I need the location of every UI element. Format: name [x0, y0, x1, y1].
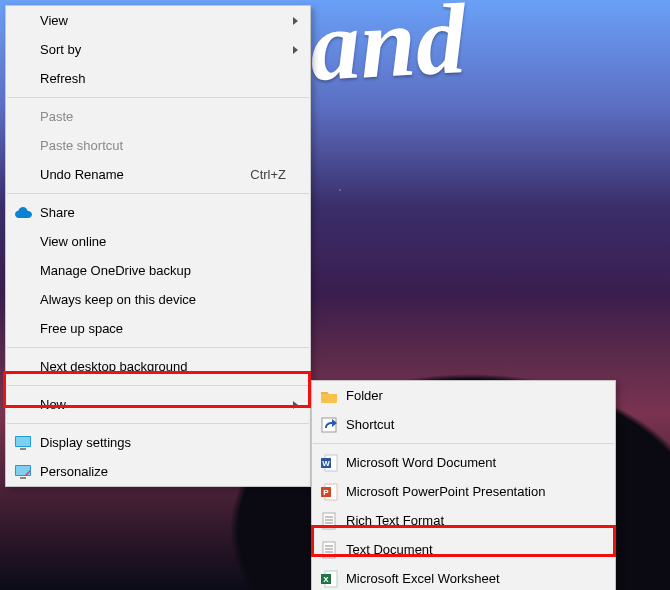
menu-item-label: Display settings	[40, 435, 286, 450]
menu-separator	[7, 97, 309, 98]
menu-item-label: Paste shortcut	[40, 138, 286, 153]
onedrive-cloud-icon	[14, 204, 32, 222]
excel-icon: X	[320, 570, 338, 588]
menu-item-label: Next desktop background	[40, 359, 286, 374]
menu-item-label: View	[40, 13, 286, 28]
svg-text:X: X	[323, 575, 329, 584]
personalize-icon	[14, 463, 32, 481]
submenu-item-word[interactable]: W Microsoft Word Document	[312, 448, 615, 477]
shortcut-icon	[320, 416, 338, 434]
menu-item-next-background[interactable]: Next desktop background	[6, 352, 310, 381]
new-submenu: Folder Shortcut W Microsoft Word Documen…	[311, 380, 616, 590]
menu-item-label: Folder	[346, 388, 591, 403]
menu-item-label: Text Document	[346, 542, 591, 557]
menu-item-label: Microsoft Excel Worksheet	[346, 571, 591, 586]
menu-item-display-settings[interactable]: Display settings	[6, 428, 310, 457]
svg-rect-13	[323, 513, 335, 529]
svg-rect-18	[323, 542, 335, 558]
menu-item-label: Paste	[40, 109, 286, 124]
menu-item-label: Free up space	[40, 321, 286, 336]
menu-item-label: Personalize	[40, 464, 286, 479]
rtf-icon	[320, 512, 338, 530]
menu-item-label: Always keep on this device	[40, 292, 286, 307]
menu-item-personalize[interactable]: Personalize	[6, 457, 310, 486]
menu-item-view-online[interactable]: View online	[6, 227, 310, 256]
svg-rect-2	[20, 448, 26, 450]
menu-separator	[7, 347, 309, 348]
monitor-icon	[14, 434, 32, 452]
menu-item-label: Shortcut	[346, 417, 591, 432]
submenu-item-text-document[interactable]: Text Document	[312, 535, 615, 564]
menu-item-free-up-space[interactable]: Free up space	[6, 314, 310, 343]
menu-item-shortcut: Ctrl+Z	[230, 167, 286, 182]
menu-item-undo-rename[interactable]: Undo Rename Ctrl+Z	[6, 160, 310, 189]
menu-item-share[interactable]: Share	[6, 198, 310, 227]
submenu-item-rtf[interactable]: Rich Text Format	[312, 506, 615, 535]
menu-item-label: Sort by	[40, 42, 286, 57]
menu-item-new[interactable]: New	[6, 390, 310, 419]
text-document-icon	[320, 541, 338, 559]
svg-text:W: W	[322, 459, 330, 468]
menu-item-label: Refresh	[40, 71, 286, 86]
svg-rect-1	[16, 437, 30, 446]
menu-item-label: Rich Text Format	[346, 513, 591, 528]
submenu-item-folder[interactable]: Folder	[312, 381, 615, 410]
submenu-item-shortcut[interactable]: Shortcut	[312, 410, 615, 439]
menu-separator	[7, 423, 309, 424]
word-icon: W	[320, 454, 338, 472]
menu-separator	[7, 385, 309, 386]
powerpoint-icon: P	[320, 483, 338, 501]
menu-item-paste: Paste	[6, 102, 310, 131]
menu-item-sort-by[interactable]: Sort by	[6, 35, 310, 64]
chevron-right-icon	[293, 17, 298, 25]
submenu-item-powerpoint[interactable]: P Microsoft PowerPoint Presentation	[312, 477, 615, 506]
folder-icon	[320, 387, 338, 405]
svg-text:P: P	[323, 488, 329, 497]
menu-item-label: Undo Rename	[40, 167, 230, 182]
desktop-context-menu: View Sort by Refresh Paste Paste shortcu…	[5, 5, 311, 487]
chevron-right-icon	[293, 401, 298, 409]
menu-separator	[313, 443, 614, 444]
menu-item-manage-onedrive[interactable]: Manage OneDrive backup	[6, 256, 310, 285]
menu-item-paste-shortcut: Paste shortcut	[6, 131, 310, 160]
menu-item-view[interactable]: View	[6, 6, 310, 35]
chevron-right-icon	[293, 46, 298, 54]
menu-item-label: Microsoft Word Document	[346, 455, 591, 470]
menu-item-label: Manage OneDrive backup	[40, 263, 286, 278]
menu-item-label: Microsoft PowerPoint Presentation	[346, 484, 591, 499]
menu-item-label: View online	[40, 234, 286, 249]
menu-item-label: New	[40, 397, 286, 412]
menu-item-always-keep[interactable]: Always keep on this device	[6, 285, 310, 314]
svg-rect-5	[20, 477, 26, 479]
submenu-item-excel[interactable]: X Microsoft Excel Worksheet	[312, 564, 615, 590]
menu-item-label: Share	[40, 205, 286, 220]
menu-separator	[7, 193, 309, 194]
menu-item-refresh[interactable]: Refresh	[6, 64, 310, 93]
